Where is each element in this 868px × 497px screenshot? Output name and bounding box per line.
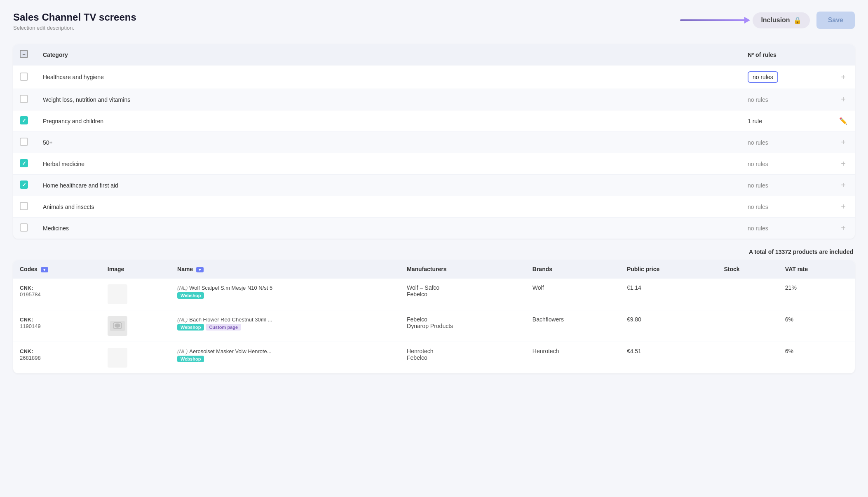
product-manufacturers: Wolf – SafcoFebelco	[400, 279, 526, 310]
category-row: Weight loss, nutrition and vitaminsno ru…	[13, 89, 855, 110]
product-stock	[717, 310, 778, 342]
product-image-cell	[101, 279, 171, 310]
action-cell: +	[832, 175, 855, 196]
product-brands: Henrotech	[526, 342, 620, 374]
checkbox-cell	[13, 132, 36, 153]
col-manufacturers: Manufacturers	[400, 260, 526, 279]
row-checkbox[interactable]	[20, 138, 28, 146]
summary-text: A total of 13372 products are included	[749, 248, 853, 255]
product-brands: Bachflowers	[526, 310, 620, 342]
codes-filter-icon[interactable]: ▼	[41, 267, 48, 272]
row-checkbox[interactable]	[20, 73, 28, 81]
checkbox-cell	[13, 218, 36, 239]
checkbox-cell	[13, 196, 36, 218]
action-cell: +	[832, 153, 855, 175]
add-icon[interactable]: +	[841, 181, 846, 190]
category-table-body: Healthcare and hygieneno rules+Weight lo…	[13, 66, 855, 239]
action-cell: +	[832, 218, 855, 239]
product-name: Aerosolset Masker Volw Henrote...	[189, 348, 271, 354]
rules-cell: no rules	[741, 196, 832, 218]
add-icon[interactable]: +	[841, 202, 846, 211]
add-icon[interactable]: +	[841, 73, 846, 82]
col-brands: Brands	[526, 260, 620, 279]
row-checkbox[interactable]	[20, 159, 28, 167]
category-name: Weight loss, nutrition and vitamins	[36, 89, 741, 110]
product-tag: Webshop	[177, 292, 204, 299]
category-table: Category Nº of rules Healthcare and hygi…	[13, 44, 855, 239]
category-col-header: Category	[36, 44, 741, 66]
product-name-cell: (NL) Aerosolset Masker Volw Henrote...We…	[171, 342, 400, 374]
rules-cell: no rules	[741, 218, 832, 239]
action-cell: +	[832, 196, 855, 218]
category-name: Medicines	[36, 218, 741, 239]
category-row: Pregnancy and children1 rule✏️	[13, 110, 855, 132]
rules-box: no rules	[748, 71, 778, 83]
category-name: 50+	[36, 132, 741, 153]
category-name: Healthcare and hygiene	[36, 66, 741, 89]
category-row: Healthcare and hygieneno rules+	[13, 66, 855, 89]
products-table-container: Codes ▼ Image Name ▼ Manufacturers Brand…	[13, 260, 855, 373]
action-cell: +	[832, 89, 855, 110]
page-container: Sales Channel TV screens Selection edit …	[0, 0, 868, 385]
product-image	[108, 348, 127, 368]
row-checkbox[interactable]	[20, 223, 28, 232]
category-table-header-row: Category Nº of rules	[13, 44, 855, 66]
rules-cell: no rules	[741, 175, 832, 196]
page-description: Selection edit description.	[13, 25, 136, 31]
product-code: CNK:1190149	[13, 310, 101, 342]
product-code: CNK:2681898	[13, 342, 101, 374]
products-table: Codes ▼ Image Name ▼ Manufacturers Brand…	[13, 260, 855, 373]
checkbox-cell	[13, 66, 36, 89]
nl-label: (NL)	[177, 348, 188, 354]
product-tag: Custom page	[206, 324, 241, 331]
product-price: €1.14	[620, 279, 718, 310]
name-filter-icon[interactable]: ▼	[196, 267, 204, 272]
category-name: Home healthcare and first aid	[36, 175, 741, 196]
product-stock	[717, 342, 778, 374]
row-checkbox[interactable]	[20, 116, 28, 124]
product-image	[108, 284, 127, 304]
action-col-header	[832, 44, 855, 66]
rules-cell: no rules	[741, 153, 832, 175]
row-checkbox[interactable]	[20, 95, 28, 103]
category-table-container: Category Nº of rules Healthcare and hygi…	[13, 44, 855, 239]
product-manufacturers: HenrotechFebelco	[400, 342, 526, 374]
header-right: Inclusion 🔒 Save	[680, 12, 855, 29]
product-manufacturers: FebelcoDynarop Products	[400, 310, 526, 342]
header-checkbox[interactable]	[20, 50, 28, 58]
add-icon[interactable]: +	[841, 95, 846, 104]
cnk-label: CNK:	[20, 316, 33, 323]
col-codes: Codes ▼	[13, 260, 101, 279]
add-icon[interactable]: +	[841, 223, 846, 232]
action-cell: ✏️	[832, 110, 855, 132]
product-vat: 6%	[779, 310, 855, 342]
category-name: Animals and insects	[36, 196, 741, 218]
rules-col-header: Nº of rules	[741, 44, 832, 66]
product-brands: Wolf	[526, 279, 620, 310]
page-header: Sales Channel TV screens Selection edit …	[13, 12, 855, 31]
category-name: Herbal medicine	[36, 153, 741, 175]
svg-point-1	[115, 324, 120, 328]
action-cell: +	[832, 66, 855, 89]
add-icon[interactable]: +	[841, 159, 846, 168]
save-button[interactable]: Save	[816, 12, 855, 29]
summary-line: A total of 13372 products are included	[13, 248, 855, 255]
product-name: Bach Flower Red Chestnut 30ml ...	[189, 316, 272, 323]
product-image-cell	[101, 310, 171, 342]
nl-label: (NL)	[177, 316, 188, 323]
products-header-row: Codes ▼ Image Name ▼ Manufacturers Brand…	[13, 260, 855, 279]
product-image-cell	[101, 342, 171, 374]
inclusion-label: Inclusion	[761, 16, 790, 24]
checkbox-cell	[13, 153, 36, 175]
row-checkbox[interactable]	[20, 202, 28, 210]
col-image: Image	[101, 260, 171, 279]
inclusion-button[interactable]: Inclusion 🔒	[753, 12, 809, 28]
rules-cell: no rules	[741, 66, 832, 89]
add-icon[interactable]: +	[841, 138, 846, 147]
cnk-number: 2681898	[20, 355, 41, 361]
edit-icon[interactable]: ✏️	[839, 117, 847, 124]
product-tag: Webshop	[177, 324, 204, 331]
row-checkbox[interactable]	[20, 181, 28, 189]
cnk-label: CNK:	[20, 348, 33, 354]
action-cell: +	[832, 132, 855, 153]
